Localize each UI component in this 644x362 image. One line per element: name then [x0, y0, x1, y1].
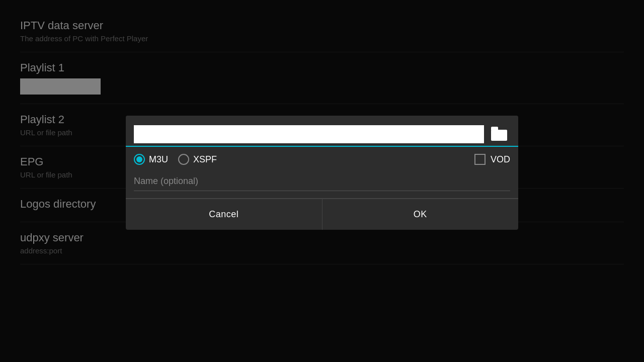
vod-group[interactable]: VOD: [474, 154, 510, 165]
format-radio-group: M3U XSPF: [134, 154, 464, 165]
dialog-format-row: M3U XSPF VOD: [126, 147, 518, 172]
vod-label: VOD: [491, 154, 510, 165]
cancel-button[interactable]: Cancel: [126, 199, 322, 230]
vod-checkbox[interactable]: [474, 154, 486, 165]
m3u-label: M3U: [149, 154, 168, 165]
xspf-label: XSPF: [193, 154, 217, 165]
playlist-dialog: M3U XSPF VOD Cancel OK: [126, 116, 518, 230]
xspf-radio-circle: [178, 154, 189, 165]
format-xspf-option[interactable]: XSPF: [178, 154, 217, 165]
folder-browse-button[interactable]: [488, 123, 510, 145]
format-m3u-option[interactable]: M3U: [134, 154, 168, 165]
dialog-name-row: [126, 172, 518, 199]
m3u-radio-dot: [136, 156, 142, 162]
dialog-name-input[interactable]: [134, 172, 510, 191]
dialog-buttons: Cancel OK: [126, 199, 518, 230]
folder-icon: [491, 127, 507, 141]
ok-button[interactable]: OK: [323, 199, 519, 230]
dialog-url-input[interactable]: [134, 125, 484, 143]
m3u-radio-circle: [134, 154, 145, 165]
dialog-input-row: [126, 116, 518, 147]
